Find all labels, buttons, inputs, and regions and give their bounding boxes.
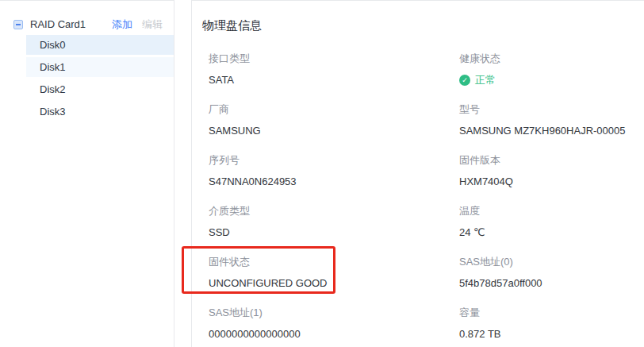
page-title: 物理盘信息 xyxy=(202,18,644,33)
field-value: HXM7404Q xyxy=(459,175,644,189)
field-value: SAMSUNG xyxy=(209,124,459,138)
field-media-type: 介质类型 SSD xyxy=(209,204,459,240)
field-label: 接口类型 xyxy=(209,52,459,66)
field-label: 介质类型 xyxy=(209,204,459,218)
field-sas-address-1: SAS地址(1) 0000000000000000 xyxy=(209,306,459,341)
disk-list: Disk0 Disk1 Disk2 Disk3 xyxy=(0,35,174,121)
field-value: SAMSUNG MZ7KH960HAJR-00005 xyxy=(459,124,644,138)
field-label: 序列号 xyxy=(209,153,459,168)
field-value: 0000000000000000 xyxy=(209,327,459,341)
physical-disk-info-panel: 物理盘信息 接口类型 SATA 健康状态 ✓ 正常 厂商 SAMSUNG 型号 … xyxy=(191,0,644,347)
field-value: SSD xyxy=(209,226,459,240)
field-firmware-version: 固件版本 HXM7404Q xyxy=(459,153,644,189)
edit-link[interactable]: 编辑 xyxy=(142,17,163,32)
field-label: 温度 xyxy=(459,204,644,218)
sidebar-item-disk2[interactable]: Disk2 xyxy=(26,79,174,99)
field-label: 厂商 xyxy=(209,102,459,117)
field-label: SAS地址(1) xyxy=(209,306,459,320)
field-label: 健康状态 xyxy=(459,52,644,66)
field-firmware-state: 固件状态 UNCONFIGURED GOOD xyxy=(209,255,459,291)
field-value: SATA xyxy=(209,73,459,87)
disk-tree-sidebar: RAID Card1 添加 编辑 Disk0 Disk1 Disk2 Disk3 xyxy=(0,0,174,347)
field-temperature: 温度 24 ℃ xyxy=(459,204,644,240)
field-vendor: 厂商 SAMSUNG xyxy=(209,102,459,138)
field-value: 5f4b78d57a0ff000 xyxy=(459,276,644,291)
field-value: 24 ℃ xyxy=(459,226,644,240)
raid-card-row: RAID Card1 添加 编辑 xyxy=(0,13,174,35)
raid-card-actions: 添加 编辑 xyxy=(112,17,163,32)
sidebar-item-disk1[interactable]: Disk1 xyxy=(26,57,174,77)
collapse-minus-icon[interactable] xyxy=(13,20,23,29)
field-serial-number: 序列号 S47NNA0N624953 xyxy=(209,153,459,189)
minus-bar xyxy=(16,24,21,25)
raid-card-label[interactable]: RAID Card1 xyxy=(30,18,112,30)
field-health-status: 健康状态 ✓ 正常 xyxy=(459,52,644,87)
add-link[interactable]: 添加 xyxy=(112,17,132,32)
field-value: UNCONFIGURED GOOD xyxy=(209,276,459,291)
sidebar-item-disk0[interactable]: Disk0 xyxy=(26,35,174,55)
field-capacity: 容量 0.872 TB xyxy=(459,306,644,341)
field-interface-type: 接口类型 SATA xyxy=(209,52,459,87)
field-model: 型号 SAMSUNG MZ7KH960HAJR-00005 xyxy=(459,102,644,138)
field-label: SAS地址(0) xyxy=(459,255,644,269)
field-value: 0.872 TB xyxy=(459,327,644,341)
field-label: 固件版本 xyxy=(459,153,644,168)
sidebar-item-disk3[interactable]: Disk3 xyxy=(26,102,174,121)
field-label: 固件状态 xyxy=(209,255,459,269)
field-value: S47NNA0N624953 xyxy=(209,175,459,189)
health-status-text: 正常 xyxy=(475,73,496,87)
health-status-value: ✓ 正常 xyxy=(459,73,644,87)
field-label: 型号 xyxy=(459,102,644,117)
field-label: 容量 xyxy=(459,306,644,320)
check-circle-icon: ✓ xyxy=(459,75,470,86)
field-grid: 接口类型 SATA 健康状态 ✓ 正常 厂商 SAMSUNG 型号 SAMSUN… xyxy=(209,52,644,347)
field-sas-address-0: SAS地址(0) 5f4b78d57a0ff000 xyxy=(459,255,644,291)
